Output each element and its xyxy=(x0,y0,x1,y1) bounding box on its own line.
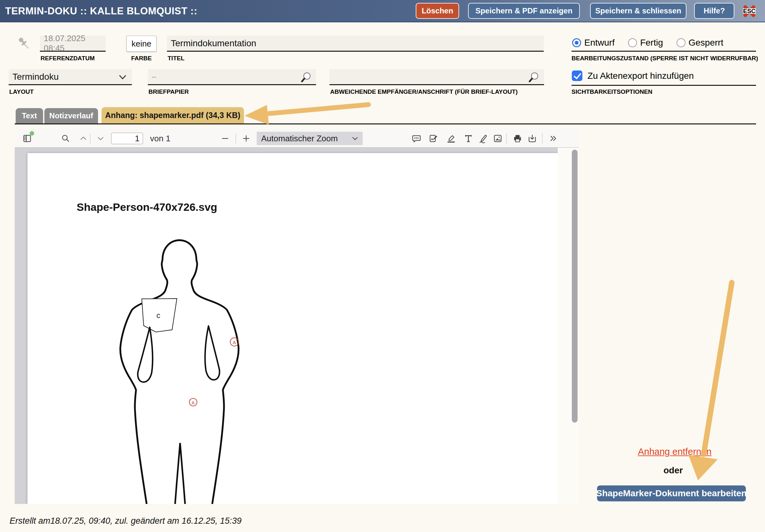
pin-glyph xyxy=(16,36,31,52)
help-button[interactable]: Hilfe? xyxy=(694,3,734,19)
marker-quad-letter: c xyxy=(157,311,160,320)
pdf-toolbar: von 1 Automatischer Zoom xyxy=(15,129,578,148)
search-icon[interactable] xyxy=(528,72,540,84)
previous-page-button[interactable] xyxy=(77,133,89,144)
person-right-arm-gap xyxy=(205,326,219,380)
save-and-show-pdf-label: Speichern & PDF anzeigen xyxy=(475,6,572,15)
briefpapier-label: BRIEFPAPIER xyxy=(149,88,189,95)
titel-label: TITEL xyxy=(168,55,185,62)
pen-icon xyxy=(478,133,488,143)
print-icon xyxy=(513,133,522,143)
sidebar-toggle-button[interactable] xyxy=(21,133,33,144)
zoom-in-button[interactable] xyxy=(240,133,252,144)
comment-tool-button[interactable] xyxy=(410,133,422,144)
zoom-level-select[interactable]: Automatischer Zoom xyxy=(257,132,363,145)
remove-attachment-link[interactable]: Anhang entfernen xyxy=(638,446,712,457)
text-tool-button[interactable] xyxy=(462,133,474,144)
empfaenger-field[interactable] xyxy=(330,69,544,85)
tab-notizverlauf[interactable]: Notizverlauf xyxy=(44,108,98,124)
text-icon xyxy=(463,133,473,143)
chevron-down-icon xyxy=(119,74,127,81)
marker-circle-arm-letter: A xyxy=(233,340,236,345)
chevron-down-icon xyxy=(352,136,358,141)
marker-circle-hip-letter: A xyxy=(192,400,195,405)
delete-button-label: Löschen xyxy=(422,6,453,15)
signature-icon xyxy=(428,133,438,143)
save-and-show-pdf-button[interactable]: Speichern & PDF anzeigen xyxy=(468,3,580,19)
status-label: BEARBEITUNGSZUSTAND (SPERRE IST NICHT WI… xyxy=(571,55,758,62)
save-and-close-label: Speichern & schliessen xyxy=(595,6,681,15)
minus-icon xyxy=(220,133,230,143)
created-modified-status: Erstellt am18.07.25, 09:40, zul. geänder… xyxy=(10,516,241,526)
pdf-viewport: Shape-Person-470x726.svg c xyxy=(15,148,578,504)
search-icon xyxy=(61,133,70,143)
sichtbarkeit-label: SICHTBARKEITSOPTIONEN xyxy=(571,88,652,95)
help-button-label: Hilfe? xyxy=(704,6,725,15)
toolbar-divider xyxy=(236,133,236,143)
aktenexport-checkbox[interactable] xyxy=(572,71,582,81)
image-icon xyxy=(493,133,502,143)
layout-label: LAYOUT xyxy=(9,88,34,95)
draw-tool-button[interactable] xyxy=(477,133,489,144)
tab-anhang[interactable]: Anhang: shapemarker.pdf (34,3 KB) xyxy=(102,107,244,124)
esc-button[interactable]: ESC xyxy=(740,2,759,20)
sidebar-badge-dot xyxy=(30,131,34,135)
page-number-input[interactable] xyxy=(111,133,143,144)
radio-gesperrt[interactable] xyxy=(677,38,685,47)
tab-text[interactable]: Text xyxy=(16,108,43,124)
highlight-tool-button[interactable] xyxy=(445,133,457,144)
titel-field[interactable]: Termindokumentation xyxy=(167,36,544,52)
find-button[interactable] xyxy=(59,133,72,144)
zoom-out-button[interactable] xyxy=(219,133,231,144)
save-and-close-button[interactable]: Speichern & schliessen xyxy=(590,3,686,19)
titel-value: Termindokumentation xyxy=(171,38,256,49)
person-shape-drawing: c A A xyxy=(118,238,240,504)
toolbar-divider xyxy=(542,133,542,143)
print-button[interactable] xyxy=(511,133,524,144)
status-radio-group: Entwurf Fertig Gesperrt xyxy=(572,38,723,48)
toolbar-divider xyxy=(506,133,507,143)
farbe-button[interactable]: keine xyxy=(126,36,157,52)
referenzdatum-value: 18.07.2025 08:45 xyxy=(44,34,102,53)
more-tools-button[interactable] xyxy=(547,133,559,144)
referenzdatum-label: REFERENZDATUM xyxy=(41,55,95,62)
farbe-label: FARBE xyxy=(126,55,157,62)
layout-select[interactable]: Termindoku xyxy=(9,69,132,85)
person-legs-inner xyxy=(175,443,185,504)
pin-icon[interactable] xyxy=(16,36,31,52)
chevron-up-icon xyxy=(79,133,88,143)
pdf-document-title: Shape-Person-470x726.svg xyxy=(77,201,217,213)
farbe-value: keine xyxy=(132,39,151,49)
image-tool-button[interactable] xyxy=(492,133,504,144)
empfaenger-label: ABWEICHENDE EMPFÄNGER/ANSCHRIFT (FÜR BRI… xyxy=(330,88,517,95)
signature-tool-button[interactable] xyxy=(427,133,439,144)
attachment-tab-arrow xyxy=(245,105,369,125)
termin-doku-window: TERMIN-DOKU :: KALLE BLOMQUIST :: Lösche… xyxy=(0,0,765,532)
download-button[interactable] xyxy=(526,133,538,144)
briefpapier-value: -- xyxy=(152,73,157,81)
radio-entwurf-label: Entwurf xyxy=(584,38,615,48)
aktenexport-row: Zu Aktenexport hinzufügen xyxy=(572,71,694,81)
header-bar: TERMIN-DOKU :: KALLE BLOMQUIST :: Lösche… xyxy=(0,0,765,22)
toolbar-divider xyxy=(90,133,90,143)
edit-shapemarker-button[interactable]: ShapeMarker-Dokument bearbeiten xyxy=(597,485,746,501)
tabs-divider-line xyxy=(15,124,756,125)
radio-fertig-label: Fertig xyxy=(640,38,663,48)
double-chevron-right-icon xyxy=(548,133,558,143)
pdf-scrollbar-thumb[interactable] xyxy=(572,149,577,422)
person-left-arm-gap xyxy=(138,327,152,382)
delete-button[interactable]: Löschen xyxy=(416,3,459,19)
referenzdatum-field[interactable]: 18.07.2025 08:45 xyxy=(40,36,106,52)
comment-icon xyxy=(411,133,421,143)
download-icon xyxy=(527,133,537,143)
next-page-button[interactable] xyxy=(95,133,107,144)
tab-text-label: Text xyxy=(22,111,37,120)
search-icon[interactable] xyxy=(301,72,313,84)
radio-fertig[interactable] xyxy=(628,38,637,47)
briefpapier-field[interactable]: -- xyxy=(148,69,316,85)
plus-icon xyxy=(241,133,251,143)
esc-label: ESC xyxy=(740,8,759,15)
pdf-page: Shape-Person-470x726.svg c xyxy=(27,153,558,504)
radio-gesperrt-label: Gesperrt xyxy=(689,38,723,48)
radio-entwurf[interactable] xyxy=(572,38,581,47)
